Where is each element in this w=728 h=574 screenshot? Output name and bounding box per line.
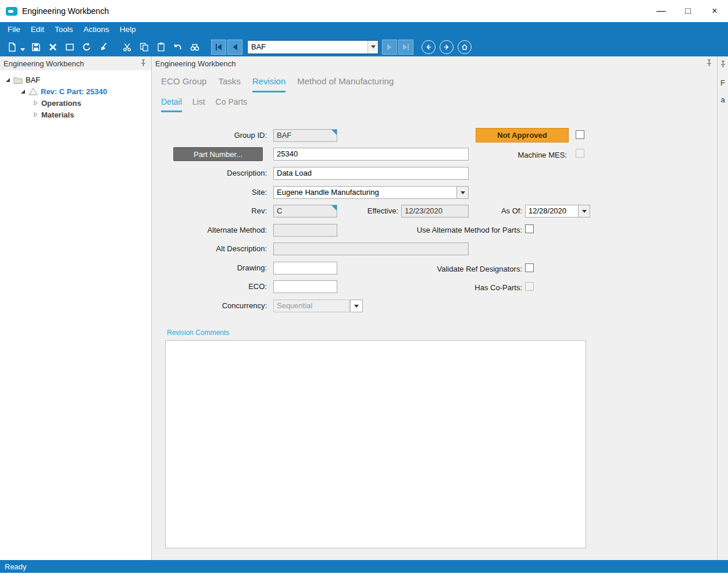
alt-description-field[interactable] (273, 243, 469, 255)
new-icon[interactable] (5, 40, 20, 55)
expander-expanded-icon[interactable] (5, 77, 10, 83)
undo-icon[interactable] (170, 40, 185, 55)
next-record-icon[interactable] (382, 40, 397, 55)
right-strip-text: F (718, 79, 728, 87)
expander-collapsed-icon[interactable] (33, 100, 38, 106)
status-text: Ready (5, 562, 27, 571)
record-combo-dropdown-icon[interactable] (367, 41, 378, 54)
expander-expanded-icon[interactable] (20, 88, 26, 94)
subtab-list[interactable]: List (192, 97, 205, 112)
close-button[interactable]: × (701, 0, 728, 22)
as-of-value: 12/28/2020 (526, 205, 578, 217)
description-field[interactable]: Data Load (273, 167, 469, 180)
forward-icon[interactable] (440, 40, 454, 54)
description-label: Description: (152, 169, 267, 178)
right-strip-text: a (718, 95, 728, 104)
broom-icon[interactable] (96, 40, 111, 55)
as-of-label: As Of: (477, 206, 522, 216)
toolbar-separator (415, 40, 422, 55)
tree-panel-title: Engineering Workbench (3, 59, 84, 68)
tab-method-of-manufacturing[interactable]: Method of Manufacturing (297, 76, 394, 92)
record-combo[interactable]: BAF (247, 40, 379, 54)
as-of-date-picker[interactable]: 12/28/2020 (525, 205, 590, 218)
concurrency-dropdown-icon[interactable] (350, 300, 363, 312)
concurrency-field: Sequential (273, 300, 349, 312)
validate-ref-designators-label: Validate Ref Designators: (344, 265, 522, 274)
rev-field[interactable]: C (273, 205, 337, 218)
new-dropdown-icon[interactable] (20, 48, 25, 51)
chevron-down-icon[interactable] (456, 187, 468, 198)
expander-collapsed-icon[interactable] (33, 112, 38, 117)
effective-label: Effective: (344, 206, 398, 216)
part-number-field[interactable]: 25340 (273, 148, 469, 161)
title-bar: Engineering Workbench — □ × (0, 0, 728, 22)
has-co-parts-label: Has Co-Parts: (344, 283, 522, 293)
effective-field[interactable]: 12/23/2020 (401, 205, 469, 218)
back-icon[interactable] (422, 40, 436, 54)
alt-description-label: Alt Description: (152, 244, 267, 254)
approval-status-button[interactable]: Not Approved (476, 128, 569, 142)
paste-icon[interactable] (154, 40, 169, 55)
machine-mes-label: Machine MES: (442, 151, 567, 160)
home-icon[interactable] (458, 40, 472, 54)
previous-record-icon[interactable] (227, 40, 242, 55)
search-icon[interactable] (187, 40, 202, 55)
drawing-field[interactable] (273, 262, 337, 274)
pin-icon[interactable] (140, 59, 147, 69)
site-value: Eugene Handle Manufacturing (274, 187, 456, 198)
menu-help[interactable]: Help (115, 22, 141, 37)
rev-label: Rev: (152, 206, 267, 216)
part-number-button[interactable]: Part Number... (173, 147, 263, 161)
app-window: Engineering Workbench — □ × File Edit To… (0, 0, 728, 574)
main-panel-title: Engineering Workbench (155, 59, 236, 68)
cut-icon[interactable] (120, 40, 135, 55)
alternate-method-label: Alternate Method: (152, 226, 267, 235)
toolbar-separator (204, 40, 211, 55)
alternate-method-field[interactable] (273, 224, 337, 237)
tree-node-materials[interactable]: Materials (0, 109, 151, 120)
maximize-button[interactable]: □ (675, 0, 701, 22)
use-alternate-method-checkbox[interactable] (525, 224, 534, 233)
tree-node-operations-label: Operations (41, 99, 81, 108)
record-combo-value: BAF (248, 42, 367, 51)
clear-icon[interactable] (62, 40, 77, 55)
subtab-detail[interactable]: Detail (161, 97, 182, 112)
tree-node-group[interactable]: BAF (0, 74, 151, 85)
tab-eco-group[interactable]: ECO Group (161, 76, 206, 92)
eco-field[interactable] (273, 280, 337, 293)
right-dock-strip: F a (717, 56, 728, 560)
subtab-co-parts[interactable]: Co Parts (216, 97, 247, 112)
approved-checkbox[interactable] (576, 130, 584, 139)
save-icon[interactable] (28, 40, 44, 55)
menu-edit[interactable]: Edit (26, 22, 49, 37)
main-panel: Engineering Workbench ECO Group Tasks Re… (152, 56, 717, 560)
delete-icon[interactable] (45, 40, 60, 55)
window-title: Engineering Workbench (22, 6, 109, 16)
revision-comments-textarea[interactable] (165, 340, 586, 548)
menu-actions[interactable]: Actions (78, 22, 115, 37)
pin-icon[interactable] (720, 60, 726, 70)
last-record-icon[interactable] (398, 40, 413, 55)
tree-node-operations[interactable]: Operations (0, 97, 151, 109)
tab-tasks[interactable]: Tasks (218, 76, 240, 92)
revision-subtabs: Detail List Co Parts (152, 92, 717, 112)
has-co-parts-checkbox (525, 282, 534, 291)
pin-icon[interactable] (706, 59, 712, 69)
first-record-icon[interactable] (211, 40, 226, 55)
site-dropdown[interactable]: Eugene Handle Manufacturing (273, 186, 469, 199)
menu-file[interactable]: File (2, 22, 26, 37)
drawing-label: Drawing: (152, 263, 267, 273)
group-id-field[interactable]: BAF (273, 129, 337, 142)
validate-ref-designators-checkbox[interactable] (525, 263, 534, 272)
tree-panel: Engineering Workbench BAF (0, 56, 152, 560)
tree-node-revision[interactable]: Rev: C Part: 25340 (0, 85, 151, 97)
concurrency-label: Concurrency: (152, 301, 267, 311)
menu-tools[interactable]: Tools (49, 22, 78, 37)
tab-revision[interactable]: Revision (252, 76, 286, 92)
minimize-button[interactable]: — (648, 0, 675, 22)
chevron-down-icon[interactable] (578, 205, 590, 217)
main-tabs: ECO Group Tasks Revision Method of Manuf… (152, 70, 717, 92)
refresh-icon[interactable] (79, 40, 94, 55)
revision-triangle-icon (28, 87, 38, 95)
copy-icon[interactable] (137, 40, 152, 55)
